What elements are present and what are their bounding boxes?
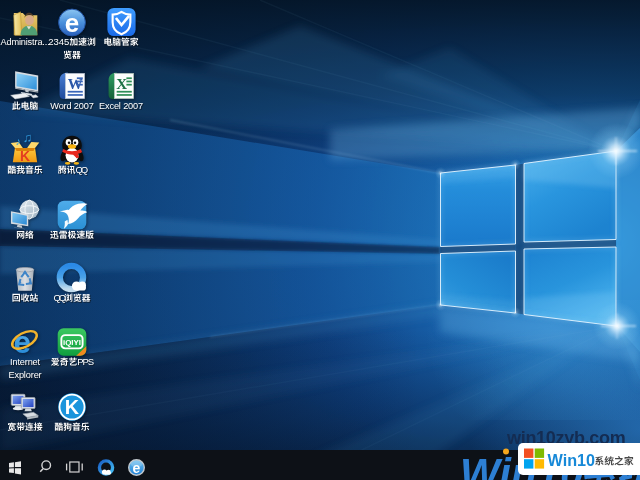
- svg-text:Win10: Win10: [548, 451, 596, 469]
